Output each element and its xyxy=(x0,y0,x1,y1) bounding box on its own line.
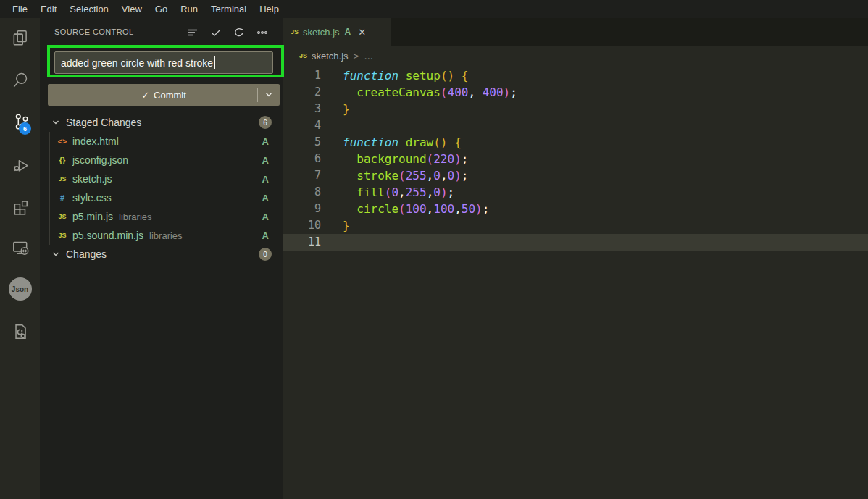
code-line-10[interactable]: 10} xyxy=(283,217,868,234)
tab-label: sketch.js xyxy=(303,27,340,38)
file-name: p5.sound.min.js xyxy=(72,230,143,241)
line-number: 1 xyxy=(283,67,321,84)
changes-count-badge: 0 xyxy=(259,248,272,261)
file-name: jsconfig.json xyxy=(72,154,128,166)
view-and-sort-icon[interactable] xyxy=(185,25,201,41)
button-separator xyxy=(257,88,258,102)
line-content: function draw() { xyxy=(343,134,462,151)
menu-view[interactable]: View xyxy=(115,0,149,18)
menu-help[interactable]: Help xyxy=(253,0,285,18)
search-icon[interactable] xyxy=(0,62,40,98)
breadcrumb-symbol[interactable]: … xyxy=(364,51,373,62)
menu-selection[interactable]: Selection xyxy=(63,0,114,18)
css-file-icon: # xyxy=(56,193,69,202)
close-icon[interactable]: ✕ xyxy=(358,27,366,38)
code-editor[interactable]: 1function setup() {2 createCanvas(400, 4… xyxy=(283,67,868,251)
staged-count-badge: 6 xyxy=(259,116,272,129)
js-file-icon: JS xyxy=(56,175,69,183)
menu-edit[interactable]: Edit xyxy=(34,0,63,18)
commit-message-text: added green circle with red stroke xyxy=(61,57,213,69)
git-status-added: A xyxy=(262,136,269,147)
git-status-added: A xyxy=(262,230,269,241)
scm-file-tree: Staged Changes 6 <>index.htmlA{}jsconfig… xyxy=(40,113,283,264)
source-control-panel: SOURCE CONTROL added green circle with r… xyxy=(40,18,283,499)
changes-header[interactable]: Changes 0 xyxy=(40,245,283,264)
tab-git-decoration: A xyxy=(345,27,351,37)
scm-file-sketch.js[interactable]: JSsketch.jsA xyxy=(40,169,283,188)
git-status-added: A xyxy=(262,193,269,204)
js-file-icon: JS xyxy=(299,52,307,59)
line-content: createCanvas(400, 400); xyxy=(343,84,517,101)
line-number: 6 xyxy=(283,151,321,167)
commit-button[interactable]: ✓ Commit xyxy=(48,84,280,106)
json-file-icon: {} xyxy=(56,156,69,164)
scm-file-style.css[interactable]: #style.cssA xyxy=(40,188,283,207)
code-line-1[interactable]: 1function setup() { xyxy=(283,67,868,84)
tab-sketch-js[interactable]: JS sketch.js A ✕ xyxy=(283,18,391,46)
staged-changes-header[interactable]: Staged Changes 6 xyxy=(40,113,283,132)
scm-file-p5.sound.min.js[interactable]: JSp5.sound.min.jslibrariesA xyxy=(40,226,283,245)
run-debug-icon[interactable] xyxy=(0,146,40,182)
code-line-9[interactable]: 9 circle(100,100,50); xyxy=(283,201,868,217)
commit-message-input[interactable]: added green circle with red stroke xyxy=(54,51,273,74)
section-label: Staged Changes xyxy=(66,117,141,128)
activity-bar: 6 Json xyxy=(0,18,40,499)
scm-file-jsconfig.json[interactable]: {}jsconfig.jsonA xyxy=(40,151,283,169)
scm-file-p5.min.js[interactable]: JSp5.min.jslibrariesA xyxy=(40,207,283,226)
source-control-icon[interactable]: 6 xyxy=(0,104,40,140)
line-content: } xyxy=(343,217,350,234)
menu-bar: FileEditSelectionViewGoRunTerminalHelp xyxy=(0,0,868,18)
code-line-5[interactable]: 5function draw() { xyxy=(283,134,868,151)
explorer-icon[interactable] xyxy=(0,20,40,56)
file-settings-icon[interactable] xyxy=(0,314,40,350)
commit-button-label: Commit xyxy=(154,90,186,101)
file-name: p5.min.js xyxy=(72,211,113,222)
refresh-icon[interactable] xyxy=(231,25,247,41)
code-line-7[interactable]: 7 stroke(255,0,0); xyxy=(283,167,868,184)
js-file-icon: JS xyxy=(56,213,69,220)
panel-title: SOURCE CONTROL xyxy=(54,28,134,36)
code-line-3[interactable]: 3} xyxy=(283,101,868,117)
git-status-added: A xyxy=(262,211,269,222)
files-icon xyxy=(11,28,30,47)
line-number: 11 xyxy=(283,234,321,251)
chevron-down-icon xyxy=(50,117,62,128)
line-number: 5 xyxy=(283,134,321,151)
line-number: 8 xyxy=(283,184,321,201)
line-number: 4 xyxy=(283,117,321,134)
breadcrumb[interactable]: JS sketch.js > … xyxy=(283,46,868,66)
code-line-4[interactable]: 4 xyxy=(283,117,868,134)
menu-file[interactable]: File xyxy=(6,0,34,18)
more-actions-icon[interactable] xyxy=(254,25,270,41)
line-content: circle(100,100,50); xyxy=(343,201,489,217)
line-number: 10 xyxy=(283,217,321,234)
commit-dropdown-chevron-icon[interactable] xyxy=(263,90,275,102)
git-status-added: A xyxy=(262,174,269,185)
menu-terminal[interactable]: Terminal xyxy=(204,0,253,18)
menu-go[interactable]: Go xyxy=(149,0,174,18)
tree-indent-guide xyxy=(49,132,50,245)
html-file-icon: <> xyxy=(56,137,69,146)
remote-explorer-icon[interactable] xyxy=(0,229,40,265)
scm-file-index.html[interactable]: <>index.htmlA xyxy=(40,132,283,151)
breadcrumb-file[interactable]: sketch.js xyxy=(312,51,349,62)
file-name: sketch.js xyxy=(72,173,112,185)
file-name: style.css xyxy=(72,192,112,204)
chevron-down-icon xyxy=(50,248,62,260)
code-line-6[interactable]: 6 background(220); xyxy=(283,151,868,167)
json-avatar: Json xyxy=(9,277,32,301)
line-content: stroke(255,0,0); xyxy=(343,167,468,184)
line-number: 9 xyxy=(283,201,321,217)
editor-tab-bar: JS sketch.js A ✕ xyxy=(283,18,868,46)
check-icon: ✓ xyxy=(141,90,149,101)
file-folder: libraries xyxy=(149,230,183,241)
line-content: fill(0,255,0); xyxy=(343,184,454,201)
extensions-icon[interactable] xyxy=(0,188,40,224)
menu-run[interactable]: Run xyxy=(174,0,204,18)
code-line-2[interactable]: 2 createCanvas(400, 400); xyxy=(283,84,868,101)
json-extension-icon[interactable]: Json xyxy=(0,271,40,307)
code-line-8[interactable]: 8 fill(0,255,0); xyxy=(283,184,868,201)
code-line-11[interactable]: 11 xyxy=(283,234,868,251)
line-number: 2 xyxy=(283,84,321,101)
commit-check-icon[interactable] xyxy=(208,25,224,41)
